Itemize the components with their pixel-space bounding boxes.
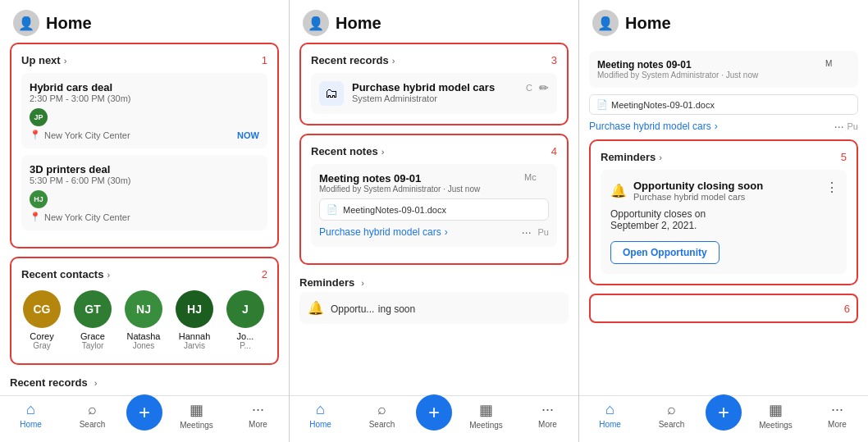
note-link-2[interactable]: Purchase hybrid model cars › [319,226,448,238]
dots-3[interactable]: ··· [834,120,844,133]
top-note-right: M [825,59,850,80]
recent-contacts-chevron[interactable]: › [107,270,110,280]
avatar-3: 👤 [592,10,619,36]
recent-notes-chevron-2[interactable]: › [381,147,385,157]
contact-J-last: P... [240,341,251,350]
up-next-item-1-time: 2:30 PM - 3:00 PM (30m) [30,93,259,103]
header-2: 👤 Home [290,0,578,43]
fab-1[interactable]: + [126,394,162,431]
location-icon-2: 📍 [30,212,41,222]
note-file-2: 📄 MeetingNotes-09-01.docx [319,198,549,221]
contact-NJ-avatar: NJ [125,290,162,328]
recent-records-chevron-p1[interactable]: › [94,378,98,388]
up-next-item-2-avatar: HJ [30,190,48,208]
panel-2: 👤 Home Recent records › 3 🗂 Purchase hyb… [290,0,579,442]
three-dots-3[interactable]: ⋮ [825,180,838,195]
more-icon-1: ··· [252,401,264,418]
record-actions-2: C ✏ [526,81,549,94]
note-link-row-2: Purchase hybrid model cars › ··· Pu [319,226,549,239]
meetings-icon-2: ▦ [479,401,493,419]
reminder-preview-title: Opportu... [331,303,374,315]
reminder-preview-text: Opportu... ing soon [331,301,415,316]
contact-HJ[interactable]: HJ Hannah Jarvis [174,290,215,350]
contact-J[interactable]: J Jo... P... [225,290,266,350]
nav-meetings-1[interactable]: ▦ Meetings [166,401,227,437]
up-next-item-2[interactable]: 3D printers deal 5:30 PM - 6:00 PM (30m)… [21,155,267,230]
purchase-link-3[interactable]: Purchase hybrid model cars › [589,121,718,132]
contact-GT-last: Taylor [82,341,104,350]
top-note-meta: Modified by System Administrator · Just … [597,71,758,80]
recent-notes-header-2: Recent notes › 4 [311,145,557,157]
note-title-2: Meeting notes 09-01 [319,172,480,185]
up-next-chevron[interactable]: › [64,56,67,66]
note-meta-2: Modified by System Administrator · Just … [319,185,480,194]
contact-CG[interactable]: CG Corey Gray [21,290,62,350]
nav-home-1[interactable]: ⌂ Home [0,401,62,437]
recent-records-number-2: 3 [551,54,557,66]
open-opportunity-btn[interactable]: Open Opportunity [610,241,720,264]
bell-icon-preview: 🔔 [308,300,324,316]
recent-contacts-card: Recent contacts › 2 CG Corey Gray GT Gra… [10,257,279,365]
nav-more-3[interactable]: ··· More [806,401,868,437]
bottom-nav-1: ⌂ Home ⌕ Search + ▦ Meetings ··· More [0,395,289,442]
top-note-row-1[interactable]: Meeting notes 09-01 Modified by System A… [589,51,858,88]
nav-meetings-3[interactable]: ▦ Meetings [745,401,806,437]
recent-notes-label-2: Recent notes [311,145,378,157]
reminder-item-3: 🔔 Opportunity closing soon Purchase hybr… [601,170,847,274]
contact-CG-name: Corey [30,331,53,341]
record-title-2: Purchase hybrid model cars [352,81,495,93]
panel-2-content: Recent records › 3 🗂 Purchase hybrid mod… [290,43,578,442]
doc-filename-3: MeetingNotes-09-01.docx [611,100,715,110]
recent-records-header-2: Recent records › 3 [311,54,557,66]
recent-records-label-2: Recent records [311,54,389,66]
nav-home-3[interactable]: ⌂ Home [579,401,641,437]
reminders-label-3: Reminders [601,151,656,163]
contact-GT[interactable]: GT Grace Taylor [72,290,113,350]
reminders-chevron-3[interactable]: › [659,153,662,162]
link-chevron-3: › [715,121,718,132]
edit-icon-2[interactable]: ✏ [539,81,549,94]
nav-search-2[interactable]: ⌕ Search [351,401,413,437]
nav-home-2[interactable]: ⌂ Home [290,401,351,437]
record-item-2[interactable]: 🗂 Purchase hybrid model cars System Admi… [311,73,557,114]
reminder-text: Opportunity closing soon Purchase hybrid… [633,180,763,202]
up-next-item-1[interactable]: Hybrid cars deal 2:30 PM - 3:00 PM (30m)… [21,73,267,148]
nav-search-1[interactable]: ⌕ Search [62,401,123,437]
panel-2-title: Home [336,14,381,33]
recent-contacts-label: Recent contacts [21,268,103,280]
top-note-title: Meeting notes 09-01 [597,59,758,71]
up-next-header: Up next › 1 [21,54,267,66]
home-icon-1: ⌂ [26,401,35,418]
contact-CG-last: Gray [33,341,51,350]
recent-contacts-header: Recent contacts › 2 [21,268,267,280]
contact-NJ-name: Natasha [127,331,161,341]
nav-search-3[interactable]: ⌕ Search [641,401,702,437]
fab-3[interactable]: + [706,394,742,431]
up-next-item-2-location: 📍 New York City Center [30,212,259,222]
recent-notes-card-2: Recent notes › 4 Meeting notes 09-01 Mod… [299,134,569,265]
avatar-1: 👤 [13,10,39,36]
doc-icon-2: 📄 [327,204,338,215]
nav-meetings-2[interactable]: ▦ Meetings [455,401,517,437]
fab-2[interactable]: + [416,394,452,431]
meetings-icon-3: ▦ [769,401,783,419]
more-icon-3: ··· [831,401,843,418]
note-item-2[interactable]: Meeting notes 09-01 Modified by System A… [311,164,557,247]
reminders-number-3: 5 [841,151,847,163]
up-next-item-1-title: Hybrid cars deal [30,81,259,93]
avatar-2: 👤 [303,10,329,36]
reminders-card-3: Reminders › 5 🔔 Opportunity closing soon… [589,139,858,285]
contact-NJ-last: Jones [133,341,155,350]
search-icon-2: ⌕ [377,401,386,418]
reminders-chevron-2[interactable]: › [361,278,364,288]
up-next-item-1-location: 📍 New York City Center NOW [30,130,259,140]
contact-NJ[interactable]: NJ Natasha Jones [123,290,164,350]
dots-menu-2[interactable]: ··· [522,226,532,239]
link-row-3: Purchase hybrid model cars › ··· Pu [589,120,858,133]
nav-more-1[interactable]: ··· More [227,401,289,437]
nav-more-2[interactable]: ··· More [517,401,578,437]
section-6-number: 6 [844,303,850,315]
panel-3-title: Home [625,14,671,33]
doc-row-3: 📄 MeetingNotes-09-01.docx [589,94,858,115]
recent-records-chevron-2[interactable]: › [392,56,395,66]
